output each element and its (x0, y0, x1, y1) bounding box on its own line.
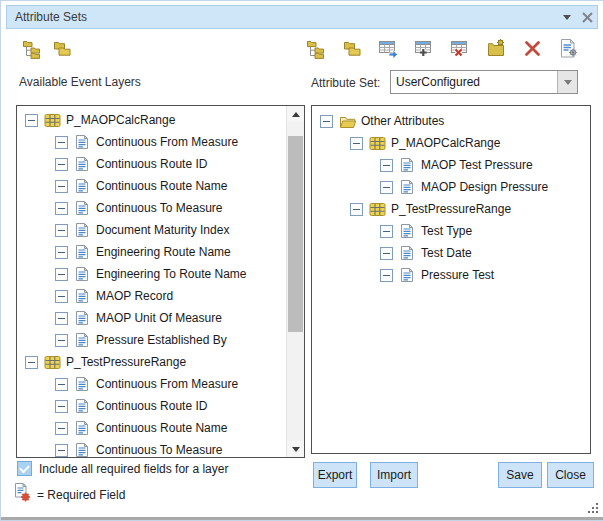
collapse-toggle[interactable] (55, 268, 68, 281)
table-arrow-icon (378, 38, 399, 59)
collapse-toggle[interactable] (25, 114, 38, 127)
scrollbar-thumb[interactable] (288, 136, 303, 332)
collapse-toggle[interactable] (55, 224, 68, 237)
collapse-all-icon (342, 38, 363, 59)
collapse-toggle[interactable] (55, 158, 68, 171)
tree-item[interactable]: Continuous Route Name (17, 417, 287, 439)
tree-item[interactable]: Pressure Established By (17, 329, 287, 351)
tree-item[interactable]: Continuous To Measure (17, 197, 287, 219)
scroll-down-button[interactable] (287, 441, 304, 457)
field-icon (73, 310, 91, 326)
tree-item-label: P_MAOPCalcRange (391, 136, 500, 150)
tree-item[interactable]: Other Attributes (312, 110, 590, 132)
collapse-toggle[interactable] (380, 159, 393, 172)
collapse-toggle[interactable] (55, 400, 68, 413)
tree-item[interactable]: Continuous Route ID (17, 395, 287, 417)
collapse-toggle[interactable] (380, 247, 393, 260)
table-arrow-button[interactable] (378, 37, 399, 59)
attribute-set-label: Attribute Set: (311, 76, 380, 90)
expand-all-button[interactable] (22, 37, 43, 59)
delete-icon (522, 38, 543, 59)
required-field-icon (14, 482, 31, 506)
tree-item[interactable]: Continuous Route Name (17, 175, 287, 197)
tree-item-label: P_TestPressureRange (391, 202, 511, 216)
attribute-sets-dialog: Attribute Sets Available Event Layers At… (0, 0, 604, 521)
window-title: Attribute Sets (15, 10, 557, 24)
tree-item[interactable]: P_MAOPCalcRange (312, 132, 590, 154)
include-required-checkbox[interactable] (17, 461, 32, 476)
table-delete-button[interactable] (450, 37, 471, 59)
table-add-button[interactable] (414, 37, 435, 59)
tree-item[interactable]: MAOP Record (17, 285, 287, 307)
tree-item-label: Other Attributes (361, 114, 444, 128)
field-icon (73, 244, 91, 260)
import-button[interactable]: Import (370, 462, 418, 488)
vertical-scrollbar[interactable] (286, 106, 304, 457)
available-layers-tree: P_MAOPCalcRangeContinuous From MeasureCo… (17, 106, 287, 457)
collapse-toggle[interactable] (55, 290, 68, 303)
toolbar-right (306, 37, 579, 59)
collapse-toggle[interactable] (55, 312, 68, 325)
collapse-toggle[interactable] (55, 334, 68, 347)
collapse-toggle[interactable] (55, 180, 68, 193)
close-button[interactable]: Close (547, 462, 594, 488)
document-gear-button[interactable] (558, 37, 579, 59)
collapse-toggle[interactable] (380, 181, 393, 194)
collapse-toggle[interactable] (55, 444, 68, 457)
include-required-label: Include all required fields for a layer (39, 462, 228, 476)
tree-item[interactable]: Continuous To Measure (17, 439, 287, 457)
tree-item[interactable]: P_TestPressureRange (312, 198, 590, 220)
attribute-set-dropdown[interactable]: UserConfigured (390, 70, 578, 94)
tree-item[interactable]: Continuous Route ID (17, 153, 287, 175)
tree-item[interactable]: Engineering To Route Name (17, 263, 287, 285)
close-window-button[interactable] (577, 7, 597, 27)
collapse-toggle[interactable] (25, 356, 38, 369)
collapse-toggle[interactable] (380, 225, 393, 238)
save-button[interactable]: Save (498, 462, 542, 488)
close-icon (582, 12, 593, 23)
tree-item-label: P_MAOPCalcRange (66, 113, 175, 127)
collapse-toggle[interactable] (55, 378, 68, 391)
tree-item[interactable]: MAOP Design Pressure (312, 176, 590, 198)
collapse-toggle[interactable] (350, 137, 363, 150)
tree-item[interactable]: Continuous From Measure (17, 131, 287, 153)
titlebar-menu-button[interactable] (557, 7, 577, 27)
collapse-toggle[interactable] (380, 269, 393, 282)
field-icon (398, 179, 416, 195)
caret-down-icon (563, 15, 571, 20)
tree-item[interactable]: Pressure Test (312, 264, 590, 286)
resize-grip[interactable] (588, 503, 599, 514)
folder-gear-button[interactable] (486, 37, 507, 59)
collapse-toggle[interactable] (320, 115, 333, 128)
tree-item[interactable]: P_TestPressureRange (17, 351, 287, 373)
collapse-toggle[interactable] (350, 203, 363, 216)
tree-item[interactable]: Test Date (312, 242, 590, 264)
tree-item[interactable]: Continuous From Measure (17, 373, 287, 395)
collapse-toggle[interactable] (55, 422, 68, 435)
triangle-up-icon (292, 112, 300, 117)
collapse-all-button[interactable] (342, 37, 363, 59)
tree-item[interactable]: P_MAOPCalcRange (17, 109, 287, 131)
event-layer-icon (368, 202, 386, 217)
export-button[interactable]: Export (313, 462, 357, 488)
field-icon (73, 332, 91, 348)
delete-button[interactable] (522, 37, 543, 59)
collapse-toggle[interactable] (55, 246, 68, 259)
tree-item[interactable]: Test Type (312, 220, 590, 242)
tree-item-label: Pressure Established By (96, 333, 227, 347)
tree-item[interactable]: Document Maturity Index (17, 219, 287, 241)
collapse-all-button[interactable] (52, 37, 73, 59)
event-layer-icon (43, 113, 61, 128)
field-icon (73, 178, 91, 194)
tree-item[interactable]: MAOP Test Pressure (312, 154, 590, 176)
collapse-toggle[interactable] (55, 202, 68, 215)
tree-item[interactable]: MAOP Unit Of Measure (17, 307, 287, 329)
tree-item-label: Continuous To Measure (96, 443, 223, 457)
expand-all-button[interactable] (306, 37, 327, 59)
scroll-up-button[interactable] (287, 106, 304, 122)
expand-all-icon (306, 38, 327, 59)
tree-item[interactable]: Engineering Route Name (17, 241, 287, 263)
field-icon (73, 442, 91, 457)
attribute-set-dropdown-button[interactable] (557, 71, 577, 93)
collapse-toggle[interactable] (55, 136, 68, 149)
